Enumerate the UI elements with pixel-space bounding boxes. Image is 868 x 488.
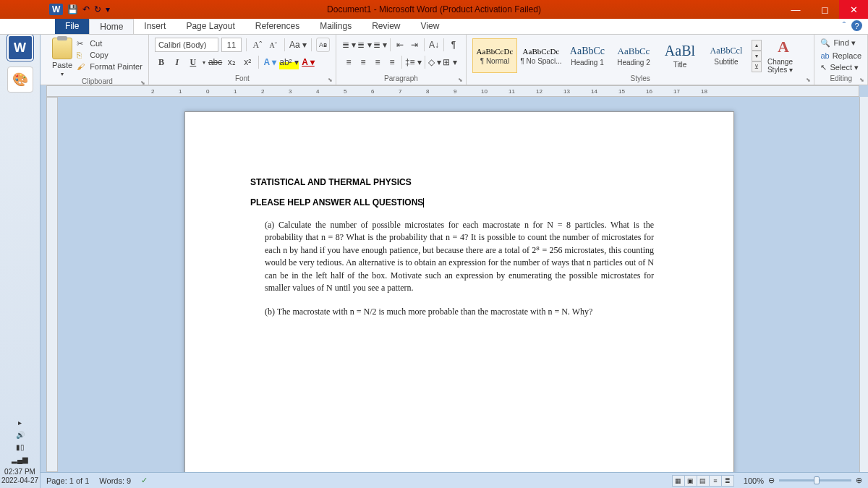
multilevel-list-button[interactable]: ≣ ▾ [373, 38, 387, 52]
align-right-button[interactable]: ≡ [371, 55, 384, 69]
horizontal-ruler[interactable]: 210123456789101112131415161718 [46, 85, 859, 97]
select-button[interactable]: ↖Select ▾ [820, 62, 861, 73]
tray-expand-icon[interactable]: ▸ [18, 419, 22, 427]
grow-font-button[interactable]: Aˆ [251, 38, 264, 52]
spell-check-icon[interactable]: ✓ [141, 476, 148, 485]
vertical-scrollbar[interactable] [859, 97, 868, 472]
find-button[interactable]: 🔍Find ▾ [820, 38, 861, 48]
zoom-in-button[interactable]: ⊕ [856, 476, 862, 485]
draft-icon[interactable]: ≣ [721, 475, 734, 487]
tab-review[interactable]: Review [362, 19, 410, 34]
style-option[interactable]: AaBbCcDc¶ No Spaci... [519, 38, 563, 73]
cut-button[interactable]: ✂Cut [77, 38, 142, 49]
scissors-icon: ✂ [77, 39, 87, 48]
numbering-button[interactable]: ≣ ▾ [357, 38, 371, 52]
zoom-out-button[interactable]: ⊖ [768, 476, 775, 485]
qat-redo-icon[interactable]: ↻ [94, 4, 101, 14]
styles-more-icon[interactable]: ⊻ [752, 61, 762, 72]
justify-button[interactable]: ≡ [386, 55, 399, 69]
qat-customize-icon[interactable]: ▾ [106, 4, 110, 14]
strikethrough-button[interactable]: abc [208, 55, 222, 69]
align-left-button[interactable]: ≡ [342, 55, 355, 69]
ribbon-minimize-icon[interactable]: ˆ [843, 20, 846, 31]
font-name-dropdown[interactable]: Calibri (Body) [155, 38, 218, 52]
clear-formatting-button[interactable]: Aʙ [316, 38, 330, 52]
tab-references[interactable]: References [245, 19, 310, 34]
bullets-button[interactable]: ≣ ▾ [342, 38, 356, 52]
shading-button[interactable]: ◇ ▾ [428, 55, 441, 69]
zoom-control[interactable]: 100% ⊖ ⊕ [744, 476, 862, 485]
decrease-indent-button[interactable]: ⇤ [393, 38, 407, 52]
zoom-slider[interactable] [779, 479, 851, 481]
highlight-button[interactable]: ab² ▾ [279, 55, 299, 69]
network-icon[interactable]: ▂▄▆ [12, 455, 28, 463]
tray-clock[interactable]: 02:37 PM 2022-04-27 [1, 468, 38, 485]
document-area[interactable]: STATISTICAL AND THERMAL PHYSICS PLEASE H… [59, 97, 859, 472]
superscript-button[interactable]: x² [241, 55, 254, 69]
status-bar: Page: 1 of 1 Words: 9 ✓ ▦▣▤≡≣ 100% ⊖ ⊕ [41, 472, 868, 488]
brush-icon: 🖌 [77, 62, 87, 71]
paste-button[interactable]: Paste▾ [52, 38, 72, 77]
status-words[interactable]: Words: 9 [99, 476, 131, 485]
ribbon: Paste▾ ✂Cut ⎘Copy 🖌Format Painter Clipbo… [0, 35, 868, 85]
view-buttons[interactable]: ▦▣▤≡≣ [672, 475, 733, 487]
tab-view[interactable]: View [411, 19, 450, 34]
zoom-level[interactable]: 100% [744, 476, 764, 485]
taskbar-app-word[interactable]: W [7, 35, 33, 61]
style-option[interactable]: AaBbCcDc¶ Normal [472, 38, 517, 73]
line-spacing-button[interactable]: ‡≡ ▾ [405, 55, 422, 69]
replace-button[interactable]: abReplace [820, 50, 861, 61]
sort-button[interactable]: A↓ [427, 38, 441, 52]
style-option[interactable]: AaBlTitle [658, 38, 702, 73]
group-paragraph: ≣ ▾ ≣ ▾ ≣ ▾ ⇤ ⇥ A↓ ¶ ≡ ≡ ≡ ≡ ‡≡ ▾ ◇ ▾ [336, 35, 467, 85]
tab-insert[interactable]: Insert [134, 19, 176, 34]
copy-button[interactable]: ⎘Copy [77, 49, 142, 61]
ribbon-tabs: File Home Insert Page Layout References … [0, 19, 868, 35]
web-layout-icon[interactable]: ▤ [697, 475, 710, 487]
maximize-button[interactable]: ◻ [810, 0, 839, 19]
text-effects-button[interactable]: A ▾ [263, 55, 276, 69]
increase-indent-button[interactable]: ⇥ [408, 38, 421, 52]
italic-button[interactable]: I [171, 55, 184, 69]
word-icon: W [49, 4, 63, 15]
format-painter-button[interactable]: 🖌Format Painter [77, 61, 142, 72]
tab-mailings[interactable]: Mailings [310, 19, 362, 34]
borders-button[interactable]: ⊞ ▾ [443, 55, 456, 69]
underline-button[interactable]: U [187, 55, 200, 69]
styles-gallery[interactable]: AaBbCcDc¶ NormalAaBbCcDc¶ No Spaci...AaB… [472, 38, 808, 74]
vertical-ruler[interactable] [46, 97, 58, 472]
taskbar-app-paint[interactable]: 🎨 [7, 67, 33, 93]
shrink-font-button[interactable]: Aˇ [267, 38, 280, 52]
change-styles-icon: A [778, 38, 789, 56]
styles-up-icon[interactable]: ▴ [752, 40, 762, 51]
volume-icon[interactable]: 🔊 [16, 431, 25, 439]
styles-down-icon[interactable]: ▾ [752, 51, 762, 61]
align-center-button[interactable]: ≡ [357, 55, 370, 69]
qat-save-icon[interactable]: 💾 [67, 4, 78, 14]
font-color-button[interactable]: A ▾ [302, 55, 315, 69]
style-option[interactable]: AaBbCcHeading 1 [565, 38, 610, 73]
help-icon[interactable]: ? [851, 20, 862, 31]
battery-icon[interactable]: ▮▯ [16, 443, 25, 451]
document-page[interactable]: STATISTICAL AND THERMAL PHYSICS PLEASE H… [184, 111, 734, 472]
style-option[interactable]: AaBbCcHeading 2 [611, 38, 656, 73]
status-page[interactable]: Page: 1 of 1 [46, 476, 89, 485]
change-case-button[interactable]: Aa ▾ [289, 38, 307, 52]
group-label: Paragraph [342, 74, 460, 83]
tab-home[interactable]: Home [89, 19, 134, 34]
qat-undo-icon[interactable]: ↶ [82, 4, 90, 14]
show-marks-button[interactable]: ¶ [447, 38, 460, 52]
bold-button[interactable]: B [155, 55, 168, 69]
print-layout-icon[interactable]: ▦ [672, 475, 685, 487]
full-screen-icon[interactable]: ▣ [684, 475, 697, 487]
minimize-button[interactable]: — [781, 0, 810, 19]
font-size-dropdown[interactable]: 11 [221, 38, 242, 52]
subscript-button[interactable]: x₂ [225, 55, 238, 69]
outline-icon[interactable]: ≡ [709, 475, 722, 487]
tab-file[interactable]: File [55, 19, 89, 34]
change-styles-button[interactable]: AChange Styles ▾ [767, 38, 799, 74]
quick-access-toolbar: W 💾 ↶ ↻ ▾ [45, 0, 114, 19]
style-option[interactable]: AaBbCclSubtitle [704, 38, 749, 73]
tab-page-layout[interactable]: Page Layout [176, 19, 244, 34]
close-button[interactable]: ✕ [839, 0, 868, 19]
